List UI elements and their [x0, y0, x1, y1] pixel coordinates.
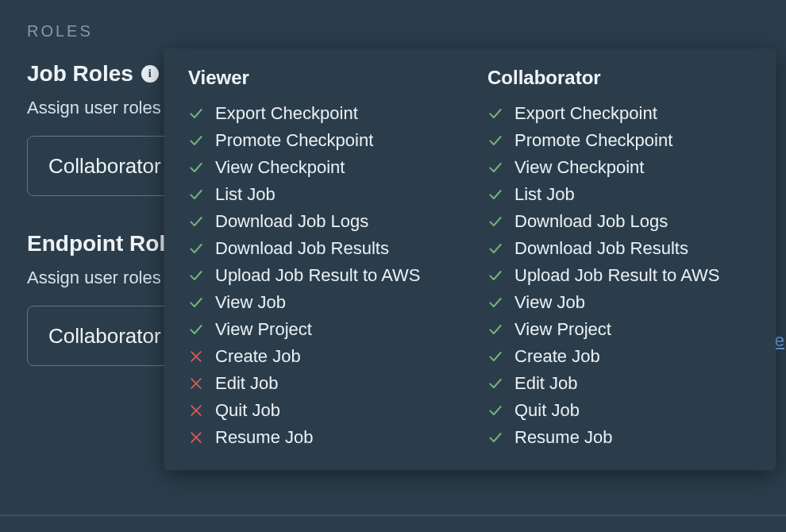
- permission-row: Quit Job: [487, 397, 752, 424]
- permission-label: Download Job Results: [215, 238, 389, 259]
- permission-row: View Project: [188, 316, 453, 343]
- permission-label: Resume Job: [215, 427, 314, 448]
- permission-label: Create Job: [514, 346, 600, 367]
- role-permissions-popover: ViewerExport CheckpointPromote Checkpoin…: [164, 49, 776, 470]
- check-icon: [487, 376, 503, 391]
- permission-label: List Job: [215, 184, 275, 205]
- permission-row: Resume Job: [188, 424, 453, 451]
- check-icon: [487, 187, 503, 202]
- permission-row: Resume Job: [487, 424, 752, 451]
- permission-label: Export Checkpoint: [514, 103, 657, 124]
- section-divider: [0, 515, 786, 516]
- permission-label: Download Job Logs: [514, 211, 668, 232]
- job-roles-heading: Job Roles: [27, 61, 133, 87]
- check-icon: [487, 268, 503, 283]
- permission-row: Create Job: [487, 343, 752, 370]
- permission-label: Resume Job: [514, 427, 613, 448]
- permission-row: Upload Job Result to AWS: [487, 262, 752, 289]
- check-icon: [487, 106, 503, 121]
- permissions-column: CollaboratorExport CheckpointPromote Che…: [487, 67, 752, 451]
- check-icon: [487, 241, 503, 256]
- permission-label: Export Checkpoint: [215, 103, 358, 124]
- check-icon: [188, 160, 204, 175]
- permission-label: View Project: [514, 319, 611, 340]
- x-icon: [188, 403, 204, 418]
- permission-row: Create Job: [188, 343, 453, 370]
- permission-row: Promote Checkpoint: [487, 127, 752, 154]
- permission-label: Promote Checkpoint: [514, 130, 672, 151]
- permission-label: Download Job Results: [514, 238, 688, 259]
- info-icon[interactable]: i: [141, 65, 159, 83]
- permission-label: Edit Job: [514, 373, 578, 394]
- permissions-column-title: Viewer: [188, 67, 453, 89]
- permission-label: View Project: [215, 319, 312, 340]
- permission-label: Quit Job: [514, 400, 580, 421]
- permission-row: View Job: [487, 289, 752, 316]
- check-icon: [188, 268, 204, 283]
- section-label: ROLES: [27, 22, 759, 40]
- x-icon: [188, 430, 204, 445]
- permission-label: List Job: [514, 184, 575, 205]
- permission-label: View Job: [215, 292, 286, 313]
- check-icon: [188, 295, 204, 310]
- check-icon: [188, 187, 204, 202]
- check-icon: [487, 430, 503, 445]
- permission-label: Download Job Logs: [215, 211, 368, 232]
- permission-label: Edit Job: [215, 373, 279, 394]
- check-icon: [188, 322, 204, 337]
- permission-row: View Checkpoint: [487, 154, 752, 181]
- check-icon: [188, 106, 204, 121]
- permission-row: Download Job Logs: [188, 208, 453, 235]
- endpoint-roles-dropdown-value: Collaborator: [48, 324, 161, 349]
- permission-label: Promote Checkpoint: [215, 130, 373, 151]
- permissions-column: ViewerExport CheckpointPromote Checkpoin…: [188, 67, 453, 451]
- permission-label: Quit Job: [215, 400, 280, 421]
- permissions-column-title: Collaborator: [487, 67, 752, 89]
- permission-row: Download Job Results: [487, 235, 752, 262]
- permission-label: Create Job: [215, 346, 301, 367]
- job-roles-dropdown-value: Collaborator: [48, 154, 161, 179]
- check-icon: [487, 349, 503, 364]
- permission-label: Upload Job Result to AWS: [514, 265, 719, 286]
- check-icon: [188, 133, 204, 148]
- permission-row: View Job: [188, 289, 453, 316]
- permission-row: Export Checkpoint: [487, 100, 752, 127]
- permission-row: View Checkpoint: [188, 154, 453, 181]
- check-icon: [487, 160, 503, 175]
- permission-row: Promote Checkpoint: [188, 127, 453, 154]
- permission-row: Edit Job: [487, 370, 752, 397]
- check-icon: [487, 214, 503, 229]
- x-icon: [188, 349, 204, 364]
- permission-label: View Job: [514, 292, 585, 313]
- check-icon: [487, 403, 503, 418]
- permission-label: View Checkpoint: [215, 157, 345, 178]
- permission-row: View Project: [487, 316, 752, 343]
- permission-row: List Job: [487, 181, 752, 208]
- permission-row: Upload Job Result to AWS: [188, 262, 453, 289]
- permission-row: Export Checkpoint: [188, 100, 453, 127]
- permission-row: List Job: [188, 181, 453, 208]
- permission-row: Download Job Results: [188, 235, 453, 262]
- permission-label: Upload Job Result to AWS: [215, 265, 420, 286]
- link-fragment[interactable]: e: [775, 330, 784, 351]
- check-icon: [487, 322, 503, 337]
- roles-settings-page: ROLES Job Roles i Assign user roles Coll…: [0, 0, 786, 532]
- permission-row: Quit Job: [188, 397, 453, 424]
- check-icon: [188, 241, 204, 256]
- check-icon: [487, 295, 503, 310]
- check-icon: [487, 133, 503, 148]
- x-icon: [188, 376, 204, 391]
- permission-row: Download Job Logs: [487, 208, 752, 235]
- permission-label: View Checkpoint: [514, 157, 644, 178]
- permission-row: Edit Job: [188, 370, 453, 397]
- check-icon: [188, 214, 204, 229]
